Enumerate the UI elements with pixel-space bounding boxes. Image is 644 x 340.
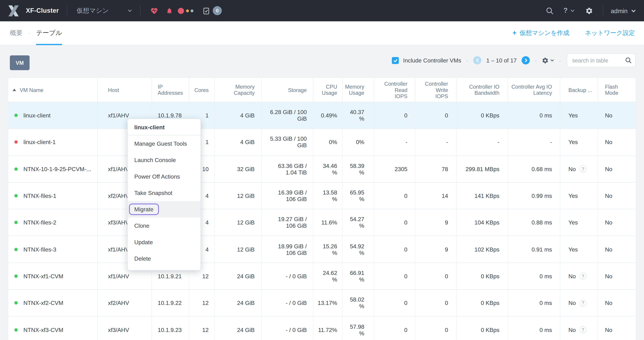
vm-name: NTNX-files-1 <box>24 192 56 199</box>
chevron-left-icon <box>476 58 479 62</box>
cell-memory-usage: 57.98 % <box>342 317 374 340</box>
table-search <box>567 53 636 67</box>
pagination-next-button[interactable] <box>522 56 530 64</box>
menu-item-label: Launch Console <box>134 157 176 163</box>
col-header-vm-name[interactable]: VM Name <box>8 78 98 102</box>
cell-memory-capacity: 24 GiB <box>215 263 262 289</box>
vm-table: VM Name Host IP Addresses Cores Memory C… <box>8 78 636 340</box>
col-header-memory-usage[interactable]: Memory Usage <box>342 78 374 102</box>
menu-item-label: Manage Guest Tools <box>134 140 187 147</box>
pagination-prev-button[interactable] <box>473 56 482 64</box>
cell-backup: Yes ? <box>560 102 598 129</box>
context-menu-item[interactable]: Update <box>128 234 200 250</box>
vm-power-status-icon <box>14 141 18 144</box>
cell-value: 10.1.9.78 <box>158 112 182 119</box>
col-header-controller-avg-io-latency[interactable]: Controller Avg IO Latency <box>508 78 560 102</box>
cell-controller-io-bandwidth: 0 KBps <box>457 102 508 129</box>
col-header-controller-read-iops[interactable]: Controller Read IOPS <box>374 78 415 102</box>
cell-flash-mode: No <box>598 156 636 182</box>
col-header-controller-write-iops[interactable]: Controller Write IOPS <box>415 78 457 102</box>
cell-memory-usage: 58.02 % <box>342 290 374 316</box>
context-menu-item[interactable]: Delete <box>128 250 200 267</box>
critical-alert-indicator[interactable] <box>178 7 184 14</box>
include-cvm-label[interactable]: Include Controller VMs <box>403 57 461 64</box>
col-header-controller-io-bandwidth[interactable]: Controller IO Bandwidth <box>457 78 508 102</box>
entity-menu-dropdown[interactable]: 仮想マシン <box>76 6 132 15</box>
cell-value: xf1/AHV <box>108 273 129 280</box>
vm-type-button[interactable]: VM <box>10 55 30 70</box>
table-row[interactable]: NTNX-xf3-CVM xf3/AHV 10.1.9.23 12 24 GiB… <box>8 317 636 340</box>
include-cvm-checkbox[interactable] <box>392 57 399 64</box>
cell-value: 0% <box>329 139 337 145</box>
cell-value: 0.88 ms <box>532 219 552 226</box>
context-menu-item[interactable]: Manage Guest Tools <box>128 135 200 152</box>
task-count-badge[interactable]: 0 <box>213 6 222 15</box>
table-row[interactable]: NTNX-10-1-9-25-PCVM-... xf1/AHV 10 32 Gi… <box>8 156 636 183</box>
context-menu-item[interactable]: Clone <box>128 217 200 234</box>
help-icon[interactable]: ? <box>580 273 586 280</box>
tasks-icon[interactable] <box>203 7 210 14</box>
cell-value: 0 ms <box>540 300 552 306</box>
page-sub-navigation: 概要 · テーブル + 仮想マシンを作成 ネットワーク設定 <box>0 21 644 45</box>
plus-icon: + <box>512 29 517 37</box>
table-row[interactable]: linux-client-1 1 4 GiB 5.33 GiB / 100 Gi… <box>8 129 636 156</box>
cell-value: 63.36 GiB / 1.04 TiB <box>278 162 307 175</box>
col-header-ip-addresses[interactable]: IP Addresses <box>152 78 189 102</box>
cell-controller-read-iops: 2305 <box>374 156 415 182</box>
table-settings-button[interactable] <box>542 57 554 64</box>
table-row[interactable]: NTNX-files-1 xf2/AHV 4 12 GiB 16.39 GiB … <box>8 183 636 209</box>
cell-value: 0.49% <box>321 112 337 119</box>
page-actions: + 仮想マシンを作成 ネットワーク設定 <box>512 29 635 37</box>
context-menu-item[interactable]: Take Snapshot <box>128 185 200 201</box>
vm-name: NTNX-files-2 <box>24 219 56 226</box>
table-row[interactable]: NTNX-files-3 xf1/AHV 4 12 GiB 18.99 GiB … <box>8 236 636 263</box>
separator-dot: · <box>466 57 468 64</box>
cell-value: - / 0 GiB <box>286 327 307 333</box>
vm-name: NTNX-xf2-CVM <box>24 300 64 306</box>
cell-value: Yes <box>568 219 578 226</box>
col-header-backup[interactable]: Backup ... <box>560 78 598 102</box>
network-config-link[interactable]: ネットワーク設定 <box>585 29 635 37</box>
table-row[interactable]: NTNX-xf2-CVM xf2/AHV 10.1.9.22 12 24 GiB… <box>8 290 636 317</box>
cell-value: 9 <box>445 219 448 226</box>
cell-value: 0 <box>445 273 448 280</box>
col-header-memory-capacity[interactable]: Memory Capacity <box>215 78 262 102</box>
col-header-flash-mode[interactable]: Flash Mode <box>598 78 636 102</box>
col-header-host[interactable]: Host <box>98 78 152 102</box>
table-row[interactable]: linux-client xf1/AHV 10.1.9.78 1 4 GiB 6… <box>8 102 636 129</box>
cell-cpu-usage: 15.26 % <box>313 236 342 263</box>
create-vm-link[interactable]: + 仮想マシンを作成 <box>512 29 569 37</box>
health-heart-icon[interactable] <box>150 7 158 14</box>
nutanix-x-logo[interactable] <box>8 5 20 16</box>
user-menu[interactable]: admin <box>611 7 628 14</box>
col-label: Controller IO Bandwidth <box>469 84 500 96</box>
cell-value: 10 <box>202 166 209 172</box>
gear-icon[interactable] <box>585 7 593 14</box>
help-icon[interactable]: ? <box>580 326 586 333</box>
cell-controller-read-iops: 0 <box>374 183 415 209</box>
cell-controller-read-iops: - <box>374 129 415 155</box>
tab-table[interactable]: テーブル <box>36 21 62 45</box>
help-icon[interactable]: ? <box>580 166 586 173</box>
cell-value: 0 <box>445 300 448 306</box>
cell-value: 0% <box>356 139 364 145</box>
cell-controller-read-iops: 0 <box>374 290 415 316</box>
table-row[interactable]: NTNX-xf1-CVM xf1/AHV 10.1.9.21 12 24 GiB… <box>8 263 636 290</box>
cell-controller-write-iops: 9 <box>415 209 457 236</box>
pagination-range: 1 – 10 of 17 <box>486 57 517 64</box>
context-menu-item[interactable]: Migrate <box>128 201 200 217</box>
table-row[interactable]: NTNX-files-2 xf3/AHV 4 12 GiB 19.27 GiB … <box>8 209 636 236</box>
help-icon[interactable]: ? <box>580 300 586 307</box>
cell-value: No <box>605 112 612 119</box>
context-menu-item[interactable]: Power Off Actions <box>128 168 200 185</box>
col-header-cores[interactable]: Cores <box>190 78 215 102</box>
search-icon[interactable] <box>546 7 554 14</box>
alerts-bell-icon[interactable] <box>166 7 173 14</box>
col-header-storage[interactable]: Storage <box>262 78 313 102</box>
context-menu-item[interactable]: Launch Console <box>128 152 200 168</box>
tab-overview[interactable]: 概要 <box>10 21 22 45</box>
search-icon[interactable] <box>625 57 632 64</box>
cell-controller-read-iops: 0 <box>374 263 415 289</box>
col-header-cpu-usage[interactable]: CPU Usage <box>313 78 342 102</box>
help-icon[interactable]: ? <box>563 6 568 15</box>
